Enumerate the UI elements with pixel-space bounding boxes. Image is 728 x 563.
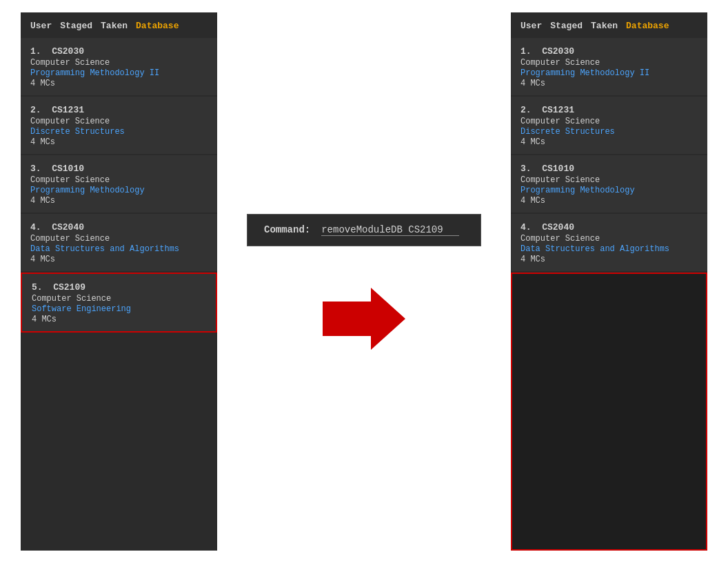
right-panel: User Staged Taken Database 1. CS2030 Com… xyxy=(511,12,707,551)
left-module-item-5: 5. CS2109 Computer Science Software Engi… xyxy=(21,273,217,333)
right-module-mcs-2: 4 MCs xyxy=(520,137,698,147)
left-module-dept-4: Computer Science xyxy=(30,234,208,244)
right-module-dept-2: Computer Science xyxy=(520,117,698,126)
left-module-number-3: 3. CS1010 xyxy=(30,164,208,174)
left-module-dept-3: Computer Science xyxy=(30,175,208,185)
command-box: Command: xyxy=(247,214,481,246)
left-module-item-4: 4. CS2040 Computer Science Data Structur… xyxy=(21,214,217,273)
right-module-number-2: 2. CS1231 xyxy=(520,105,698,115)
right-module-item-1: 1. CS2030 Computer Science Programming M… xyxy=(511,38,707,97)
left-module-dept-5: Computer Science xyxy=(32,294,206,304)
svg-marker-0 xyxy=(323,288,405,350)
right-panel-header: User Staged Taken Database xyxy=(511,12,707,38)
left-panel: User Staged Taken Database 1. CS2030 Com… xyxy=(21,12,217,551)
left-module-dept-2: Computer Science xyxy=(30,117,208,126)
left-module-number-1: 1. CS2030 xyxy=(30,46,208,57)
left-panel-header: User Staged Taken Database xyxy=(21,12,217,38)
right-module-dept-1: Computer Science xyxy=(520,58,698,68)
right-module-mcs-3: 4 MCs xyxy=(520,196,698,206)
right-module-number-1: 1. CS2030 xyxy=(520,46,698,57)
right-module-name-3: Programming Methodology xyxy=(520,186,698,195)
left-tab-database[interactable]: Database xyxy=(136,21,179,31)
main-container: User Staged Taken Database 1. CS2030 Com… xyxy=(0,0,728,563)
left-module-list: 1. CS2030 Computer Science Programming M… xyxy=(21,38,217,551)
right-module-list: 1. CS2030 Computer Science Programming M… xyxy=(511,38,707,551)
right-tab-taken[interactable]: Taken xyxy=(591,21,618,31)
arrow-container xyxy=(323,288,405,350)
middle-section: Command: xyxy=(217,14,511,549)
right-empty-slot xyxy=(511,273,707,551)
command-input[interactable] xyxy=(321,224,459,236)
right-module-item-2: 2. CS1231 Computer Science Discrete Stru… xyxy=(511,97,707,155)
right-module-number-3: 3. CS1010 xyxy=(520,164,698,174)
left-module-mcs-5: 4 MCs xyxy=(32,315,206,324)
left-tab-staged[interactable]: Staged xyxy=(60,21,92,31)
left-tab-taken[interactable]: Taken xyxy=(101,21,128,31)
left-module-number-2: 2. CS1231 xyxy=(30,105,208,115)
left-module-dept-1: Computer Science xyxy=(30,58,208,68)
right-module-dept-3: Computer Science xyxy=(520,175,698,185)
left-module-number-4: 4. CS2040 xyxy=(30,222,208,233)
right-module-name-4: Data Structures and Algorithms xyxy=(520,244,698,254)
left-module-mcs-2: 4 MCs xyxy=(30,137,208,147)
right-module-dept-4: Computer Science xyxy=(520,234,698,244)
left-module-mcs-3: 4 MCs xyxy=(30,196,208,206)
right-tab-user[interactable]: User xyxy=(520,21,542,31)
right-module-mcs-1: 4 MCs xyxy=(520,79,698,88)
right-module-name-1: Programming Methodology II xyxy=(520,68,698,78)
right-module-number-4: 4. CS2040 xyxy=(520,222,698,233)
right-module-mcs-4: 4 MCs xyxy=(520,255,698,264)
left-module-name-1: Programming Methodology II xyxy=(30,68,208,78)
left-module-mcs-4: 4 MCs xyxy=(30,255,208,264)
right-tab-staged[interactable]: Staged xyxy=(550,21,583,31)
left-module-name-3: Programming Methodology xyxy=(30,186,208,195)
right-arrow-icon xyxy=(323,288,405,350)
left-module-mcs-1: 4 MCs xyxy=(30,79,208,88)
right-module-item-3: 3. CS1010 Computer Science Programming M… xyxy=(511,155,707,214)
left-module-name-5: Software Engineering xyxy=(32,304,206,314)
command-label: Command: xyxy=(264,224,310,235)
left-module-name-4: Data Structures and Algorithms xyxy=(30,244,208,254)
left-module-item-2: 2. CS1231 Computer Science Discrete Stru… xyxy=(21,97,217,155)
left-module-name-2: Discrete Structures xyxy=(30,127,208,137)
right-module-name-2: Discrete Structures xyxy=(520,127,698,137)
left-module-item-1: 1. CS2030 Computer Science Programming M… xyxy=(21,38,217,97)
left-tab-user[interactable]: User xyxy=(30,21,52,31)
left-module-number-5: 5. CS2109 xyxy=(32,282,206,293)
left-module-item-3: 3. CS1010 Computer Science Programming M… xyxy=(21,155,217,214)
right-tab-database[interactable]: Database xyxy=(626,21,669,31)
right-module-item-4: 4. CS2040 Computer Science Data Structur… xyxy=(511,214,707,273)
